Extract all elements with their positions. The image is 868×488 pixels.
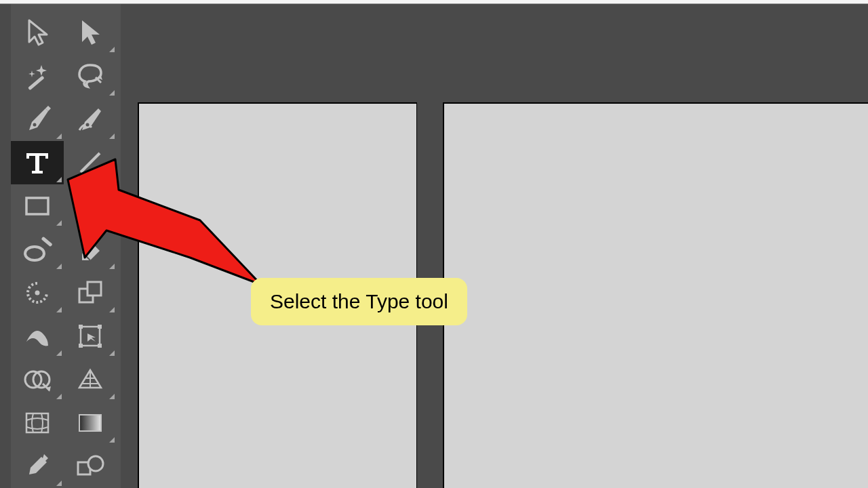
flyout-indicator-icon	[109, 307, 115, 312]
shape-builder-tool[interactable]	[11, 358, 64, 401]
gradient-tool[interactable]	[64, 401, 117, 445]
svg-rect-21	[79, 415, 101, 431]
flyout-indicator-icon	[56, 264, 62, 269]
scale-tool[interactable]	[64, 271, 117, 314]
flyout-indicator-icon	[109, 437, 115, 443]
blend-tool[interactable]	[64, 445, 117, 488]
document-page-right[interactable]	[443, 102, 868, 488]
lasso-tool[interactable]	[64, 54, 117, 98]
flyout-indicator-icon	[56, 220, 62, 226]
direct-selection-tool[interactable]	[64, 11, 117, 54]
flyout-indicator-icon	[109, 90, 115, 96]
line-segment-tool[interactable]	[64, 141, 117, 184]
svg-point-5	[25, 247, 44, 260]
perspective-grid-tool[interactable]	[64, 358, 117, 401]
flyout-indicator-icon	[56, 481, 62, 486]
width-tool[interactable]	[11, 314, 64, 358]
svg-point-2	[86, 123, 90, 127]
svg-rect-11	[79, 325, 83, 329]
flyout-indicator-icon	[109, 47, 115, 52]
eraser-tool[interactable]	[64, 228, 117, 271]
svg-point-1	[33, 123, 37, 127]
svg-point-23	[88, 456, 103, 471]
eyedropper-tool[interactable]	[11, 445, 64, 488]
free-transform-tool[interactable]	[64, 314, 117, 358]
flyout-indicator-icon	[109, 177, 115, 182]
annotation-tooltip-text: Select the Type tool	[270, 290, 448, 312]
annotation-tooltip: Select the Type tool	[251, 278, 467, 325]
flyout-indicator-icon	[56, 394, 62, 399]
flyout-indicator-icon	[109, 350, 115, 356]
flyout-indicator-icon	[56, 307, 62, 312]
canvas-area[interactable]	[121, 4, 868, 488]
rotate-tool[interactable]	[11, 271, 64, 314]
svg-rect-14	[98, 344, 102, 348]
flyout-indicator-icon	[56, 177, 62, 182]
flyout-indicator-icon	[56, 134, 62, 139]
svg-point-7	[35, 291, 40, 296]
type-tool[interactable]	[11, 141, 64, 184]
selection-tool[interactable]	[11, 11, 64, 54]
tools-panel	[11, 4, 121, 488]
curvature-tool[interactable]	[64, 98, 117, 141]
flyout-indicator-icon	[109, 134, 115, 139]
svg-rect-9	[87, 282, 101, 296]
svg-line-3	[81, 153, 100, 172]
svg-rect-12	[98, 325, 102, 329]
pen-tool[interactable]	[11, 98, 64, 141]
mesh-tool[interactable]	[11, 401, 64, 445]
shaper-tool[interactable]	[11, 228, 64, 271]
svg-rect-13	[79, 344, 83, 348]
flyout-indicator-icon	[109, 394, 115, 399]
magic-wand-tool[interactable]	[11, 54, 64, 98]
flyout-indicator-icon	[56, 350, 62, 356]
svg-rect-4	[26, 198, 48, 214]
rectangle-tool[interactable]	[11, 184, 64, 228]
svg-rect-6	[41, 237, 52, 247]
svg-rect-0	[28, 75, 45, 90]
flyout-indicator-icon	[109, 264, 115, 269]
